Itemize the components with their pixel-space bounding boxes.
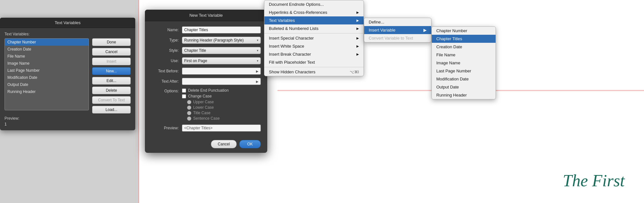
submenu-arrow: ▶ [356, 36, 359, 40]
menu-item-insert-special-char[interactable]: Insert Special Character ▶ [264, 34, 364, 42]
submenu-define[interactable]: Define... [364, 18, 431, 26]
dialog-preview-row: Preview: <Chapter Titles> [151, 125, 261, 132]
convert-to-text-button: Convert To Text [92, 96, 131, 104]
var-item-chapter-number[interactable]: Chapter Number [5, 39, 89, 46]
menu-item-label: Text Variables [269, 18, 295, 23]
cancel-button[interactable]: Cancel [92, 48, 131, 56]
new-button[interactable]: New... [92, 67, 131, 75]
load-button[interactable]: Load... [92, 106, 131, 114]
use-row: Use: First on Page [151, 57, 261, 64]
delete-button[interactable]: Delete [92, 87, 131, 94]
submenu-text-variables: Define... Insert Variable ▶ Convert Vari… [364, 18, 431, 42]
var-item-file-name[interactable]: File Name [5, 53, 89, 60]
shortcut-label: ⌥⌘I [350, 70, 359, 74]
page-text: The First [563, 171, 625, 190]
change-case-row: Change Case [182, 94, 229, 98]
style-select-wrapper[interactable]: Chapter Title [182, 47, 261, 54]
options-label: Options: [151, 88, 179, 121]
submenu-var-file-name[interactable]: File Name [432, 51, 496, 59]
dialog-ok-button[interactable]: OK [239, 140, 261, 148]
use-label: Use: [151, 59, 179, 63]
menu-item-show-hidden[interactable]: Show Hidden Characters ⌥⌘I [264, 68, 364, 76]
type-row: Type: Running Header (Paragraph Style) [151, 37, 261, 44]
use-select[interactable]: First on Page [182, 57, 261, 64]
sentence-case-radio[interactable] [187, 116, 191, 121]
submenu-arrow: ▶ [356, 52, 359, 56]
dialog-cancel-button[interactable]: Cancel [211, 140, 236, 148]
submenu-item-label: Define... [369, 20, 384, 24]
submenu-var-chapter-titles[interactable]: Chapter Titles [432, 35, 496, 43]
text-before-input[interactable] [182, 68, 254, 74]
type-select[interactable]: Running Header (Paragraph Style) [182, 37, 261, 44]
menu-item-label: Insert Special Character [269, 36, 314, 41]
submenu-var-image-name[interactable]: Image Name [432, 59, 496, 67]
var-item-output-date[interactable]: Output Date [5, 81, 89, 88]
lower-case-row: Lower Case [187, 105, 229, 110]
upper-case-row: Upper Case [187, 100, 229, 104]
delete-end-punctuation-row: Delete End Punctuation [182, 88, 229, 93]
var-item-modification-date[interactable]: Modification Date [5, 74, 89, 81]
title-case-radio[interactable] [187, 111, 191, 115]
type-select-wrapper[interactable]: Running Header (Paragraph Style) [182, 37, 261, 44]
variables-list: Chapter Number Creation Date File Name I… [5, 38, 89, 110]
var-item-image-name[interactable]: Image Name [5, 60, 89, 67]
submenu-insert-variable[interactable]: Insert Variable ▶ [364, 26, 431, 34]
preview-label: Preview: [5, 116, 131, 121]
name-input[interactable] [182, 26, 261, 33]
style-row: Style: Chapter Title [151, 47, 261, 54]
done-button[interactable]: Done [92, 38, 131, 46]
text-variables-panel: Text Variables Text Variables: Chapter N… [0, 18, 135, 130]
var-item-last-page-number[interactable]: Last Page Number [5, 67, 89, 74]
text-before-row: Text Before: ▶ [151, 68, 261, 75]
text-after-arrow: ▶ [254, 80, 260, 83]
upper-case-radio[interactable] [187, 100, 191, 104]
menu-item-document-endnote-options[interactable]: Document Endnote Options... [264, 0, 364, 8]
change-case-checkbox[interactable] [182, 94, 186, 98]
submenu-var-modification-date[interactable]: Modification Date [432, 75, 496, 83]
menu-item-bulleted-lists[interactable]: Bulleted & Numbered Lists ▶ [264, 24, 364, 32]
menu-item-label: Bulleted & Numbered Lists [269, 26, 318, 31]
delete-end-punctuation-checkbox[interactable] [182, 88, 186, 93]
upper-case-label: Upper Case [193, 100, 214, 104]
style-select[interactable]: Chapter Title [182, 47, 261, 54]
menu-item-hyperlinks[interactable]: Hyperlinks & Cross-References ▶ [264, 8, 364, 16]
edit-button[interactable]: Edit... [92, 77, 131, 85]
submenu-arrow: ▶ [356, 19, 359, 22]
submenu-var-running-header[interactable]: Running Header [432, 91, 496, 99]
menu-divider-1 [264, 33, 364, 33]
submenu-var-output-date[interactable]: Output Date [432, 83, 496, 91]
panel-buttons: Done Cancel Insert New... Edit... Delete… [92, 38, 131, 114]
menu-item-label: Document Endnote Options... [269, 2, 324, 7]
context-menu: Document Endnote Options... Hyperlinks &… [264, 0, 364, 76]
submenu-arrow: ▶ [356, 44, 359, 48]
text-before-arrow: ▶ [254, 69, 260, 73]
insert-button: Insert [92, 58, 131, 65]
title-case-label: Title Case [193, 111, 211, 115]
options-section: Options: Delete End Punctuation Change C… [151, 88, 261, 121]
submenu-var-chapter-number[interactable]: Chapter Number [432, 27, 496, 35]
menu-item-insert-white-space[interactable]: Insert White Space ▶ [264, 42, 364, 50]
menu-item-text-variables[interactable]: Text Variables ▶ [264, 16, 364, 24]
menu-divider-2 [264, 67, 364, 67]
dialog-footer: Cancel OK [145, 137, 267, 153]
title-case-row: Title Case [187, 111, 229, 115]
dialog-title: New Text Variable [145, 10, 267, 21]
submenu-var-last-page-number[interactable]: Last Page Number [432, 67, 496, 75]
lower-case-label: Lower Case [193, 105, 214, 110]
new-text-variable-dialog: New Text Variable Name: Type: Running He… [145, 10, 267, 153]
sentence-case-label: Sentence Case [193, 116, 220, 121]
submenu-var-creation-date[interactable]: Creation Date [432, 43, 496, 51]
var-item-creation-date[interactable]: Creation Date [5, 46, 89, 53]
name-label: Name: [151, 28, 179, 32]
menu-item-insert-break[interactable]: Insert Break Character ▶ [264, 50, 364, 58]
text-after-row: Text After: ▶ [151, 78, 261, 85]
use-select-wrapper[interactable]: First on Page [182, 57, 261, 64]
menu-item-label: Fill with Placeholder Text [269, 60, 315, 65]
menu-item-fill-placeholder[interactable]: Fill with Placeholder Text [264, 58, 364, 66]
var-item-running-header[interactable]: Running Header [5, 88, 89, 95]
panel-title: Text Variables [0, 18, 135, 28]
text-after-input[interactable] [182, 78, 254, 85]
menu-item-label: Insert White Space [269, 44, 304, 49]
lower-case-radio[interactable] [187, 106, 191, 110]
menu-item-label: Hyperlinks & Cross-References [269, 10, 327, 15]
